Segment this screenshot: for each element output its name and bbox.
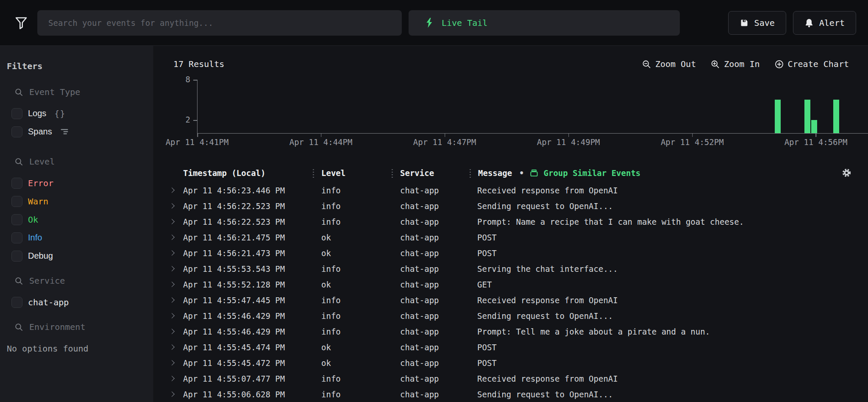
log-row[interactable]: Apr 11 4:55:45.472 PMokchat-appPOST <box>154 355 868 371</box>
circle-plus-icon <box>774 59 784 69</box>
log-timestamp: Apr 11 4:55:46.429 PM <box>183 327 313 336</box>
row-expander[interactable] <box>154 361 183 365</box>
log-level: info <box>313 390 392 399</box>
row-expander[interactable] <box>154 204 183 208</box>
level-search-row <box>7 155 147 168</box>
log-message: Sending request to OpenAI... <box>470 390 868 399</box>
row-expander[interactable] <box>154 377 183 380</box>
results-count: 17 Results <box>173 59 224 69</box>
log-row[interactable]: Apr 11 4:55:45.474 PMokchat-appPOST <box>154 339 868 355</box>
chat-app-checkbox[interactable] <box>11 297 22 308</box>
service-filter-input[interactable] <box>29 276 127 286</box>
log-row[interactable]: Apr 11 4:55:46.429 PMinfochat-appPrompt:… <box>154 324 868 339</box>
chevron-right-icon <box>169 234 175 240</box>
logs-checkbox[interactable] <box>11 108 22 119</box>
filter-option-ok[interactable]: Ok <box>7 210 147 229</box>
column-message[interactable]: Message • Group Similar Events <box>470 163 868 182</box>
row-expander[interactable] <box>154 392 183 396</box>
warn-checkbox[interactable] <box>11 196 22 207</box>
log-level: info <box>313 374 392 383</box>
row-expander[interactable] <box>154 188 183 192</box>
error-checkbox[interactable] <box>11 178 22 189</box>
histogram-plot[interactable] <box>197 80 868 134</box>
filter-option-warn[interactable]: Warn <box>7 192 147 210</box>
histogram-bar <box>775 100 781 133</box>
log-row[interactable]: Apr 11 4:56:21.475 PMokchat-appPOST <box>154 229 868 245</box>
alert-button[interactable]: Alert <box>793 11 856 35</box>
chevron-right-icon <box>169 391 175 397</box>
event-search-input[interactable] <box>48 18 391 28</box>
filter-option-spans[interactable]: Spans <box>7 123 147 141</box>
log-row[interactable]: Apr 11 4:55:06.628 PMinfochat-appSending… <box>154 386 868 402</box>
x-axis-tick <box>815 133 816 137</box>
create-chart-button[interactable]: Create Chart <box>774 59 849 69</box>
log-row[interactable]: Apr 11 4:56:22.523 PMinfochat-appPrompt:… <box>154 214 868 229</box>
zoom-out-button[interactable]: Zoom Out <box>642 59 696 69</box>
logs-label: Logs <box>28 109 46 118</box>
x-axis-label: Apr 11 4:56PM <box>785 137 848 147</box>
table-settings-gear-icon[interactable] <box>841 168 852 178</box>
chevron-right-icon <box>169 187 175 193</box>
log-row[interactable]: Apr 11 4:55:07.477 PMinfochat-appReceive… <box>154 371 868 386</box>
y-axis-label: 2 <box>154 115 190 124</box>
log-service: chat-app <box>392 390 470 399</box>
group-similar-toggle[interactable]: • Group Similar Events <box>519 168 640 178</box>
log-row[interactable]: Apr 11 4:55:46.429 PMinfochat-appSending… <box>154 308 868 324</box>
level-filter-input[interactable] <box>29 156 127 167</box>
list-tree-icon <box>60 128 69 136</box>
log-level: ok <box>313 280 392 289</box>
group-box-icon <box>529 168 539 178</box>
zoom-in-button[interactable]: Zoom In <box>710 59 760 69</box>
log-row[interactable]: Apr 11 4:55:47.445 PMinfochat-appReceive… <box>154 292 868 308</box>
column-timestamp[interactable]: Timestamp (Local) <box>183 163 313 182</box>
row-expander[interactable] <box>154 314 183 318</box>
log-row[interactable]: Apr 11 4:55:52.128 PMokchat-appGET <box>154 276 868 292</box>
column-resize-handle[interactable] <box>313 168 314 178</box>
log-row[interactable]: Apr 11 4:56:21.473 PMokchat-appPOST <box>154 245 868 261</box>
column-resize-handle[interactable] <box>470 168 471 178</box>
x-axis-tick <box>692 133 693 137</box>
ok-checkbox[interactable] <box>11 214 22 225</box>
column-level[interactable]: Level <box>313 163 392 182</box>
filter-option-info[interactable]: Info <box>7 229 147 247</box>
zoom-in-icon <box>710 59 720 69</box>
chevron-right-icon <box>169 360 175 366</box>
row-expander[interactable] <box>154 267 183 271</box>
log-message: Received response from OpenAI <box>470 296 868 305</box>
log-row[interactable]: Apr 11 4:56:23.446 PMinfochat-appReceive… <box>154 182 868 198</box>
filter-option-chat-app[interactable]: chat-app <box>7 293 147 311</box>
debug-checkbox[interactable] <box>11 251 22 262</box>
event-type-filter-input[interactable] <box>29 87 127 97</box>
row-expander[interactable] <box>154 298 183 302</box>
log-timestamp: Apr 11 4:55:06.628 PM <box>183 390 313 399</box>
chevron-right-icon <box>169 219 175 224</box>
log-service: chat-app <box>392 296 470 305</box>
log-row[interactable]: Apr 11 4:55:53.543 PMinfochat-appServing… <box>154 261 868 276</box>
environment-filter-input[interactable] <box>29 322 127 332</box>
filter-option-debug[interactable]: Debug <box>7 247 147 265</box>
live-tail-button[interactable]: Live Tail <box>409 10 680 36</box>
filter-option-error[interactable]: Error <box>7 174 147 192</box>
filter-group-event-type: Logs {} Spans <box>7 86 147 141</box>
column-service[interactable]: Service <box>392 163 470 182</box>
chevron-right-icon <box>169 203 175 209</box>
column-resize-handle[interactable] <box>392 168 393 178</box>
log-service: chat-app <box>392 358 470 368</box>
log-service: chat-app <box>392 201 470 211</box>
row-expander[interactable] <box>154 345 183 349</box>
log-level: info <box>313 311 392 321</box>
log-row[interactable]: Apr 11 4:56:22.523 PMinfochat-appSending… <box>154 198 868 214</box>
filter-funnel-icon[interactable] <box>12 14 31 32</box>
row-expander[interactable] <box>154 251 183 255</box>
log-level: ok <box>313 233 392 242</box>
info-checkbox[interactable] <box>11 232 22 243</box>
row-expander[interactable] <box>154 329 183 333</box>
row-expander[interactable] <box>154 235 183 239</box>
row-expander[interactable] <box>154 282 183 286</box>
spans-checkbox[interactable] <box>11 126 22 137</box>
row-expander[interactable] <box>154 220 183 223</box>
filter-option-logs[interactable]: Logs {} <box>7 104 147 123</box>
save-button[interactable]: Save <box>728 11 786 35</box>
chevron-right-icon <box>169 266 175 271</box>
log-timestamp: Apr 11 4:56:22.523 PM <box>183 201 313 211</box>
